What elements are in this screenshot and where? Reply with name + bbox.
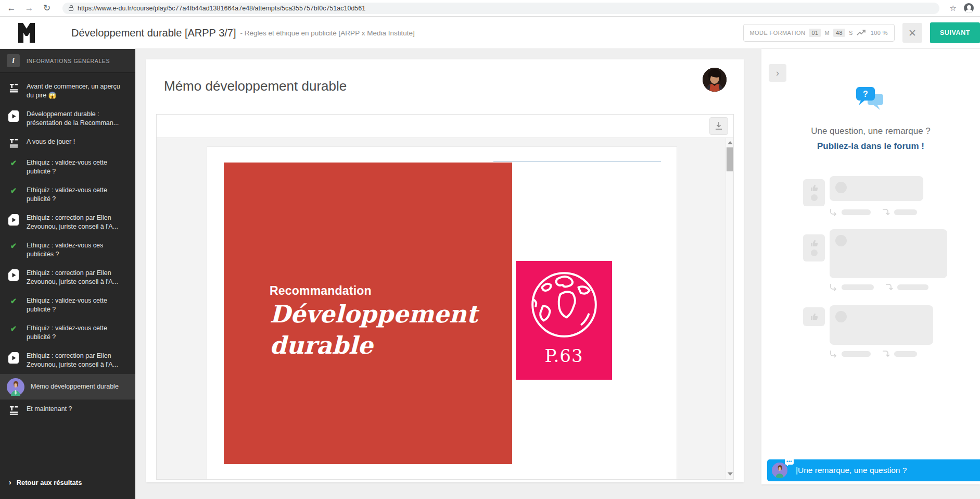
check-icon: ✔ <box>7 159 20 167</box>
slide-page-ref-panel: P.63 <box>516 261 612 380</box>
sidebar-item-lesson[interactable]: A vous de jouer ! <box>0 132 135 153</box>
course-title: Développement durable [ARPP 3/7] <box>71 27 236 39</box>
sidebar-item-lesson[interactable]: Avant de commencer, un aperçu du pire 😱 <box>0 77 135 105</box>
poster-avatar-skeleton <box>835 235 847 246</box>
pdf-scrollbar[interactable] <box>726 138 733 479</box>
thumbs-up-icon <box>810 184 818 192</box>
globe-icon <box>525 265 604 344</box>
poster-avatar-skeleton <box>835 182 847 193</box>
thumbs-up-icon <box>810 313 818 320</box>
forum-composer-input[interactable]: ••• |Une remarque, une question ? <box>767 459 980 481</box>
sidebar-item-quiz-done[interactable]: ✔ Ethiquiz : validez-vous cette publicit… <box>0 319 135 346</box>
scroll-up-icon[interactable] <box>728 141 733 144</box>
reply-arrow-down-icon <box>882 208 890 216</box>
composer-text: |Une remarque, une question ? <box>796 466 907 475</box>
slide-kicker: Recommandation <box>270 284 372 298</box>
download-button[interactable] <box>709 117 728 135</box>
download-icon <box>715 122 722 130</box>
browser-profile-icon[interactable] <box>964 3 974 13</box>
video-icon <box>7 269 20 281</box>
slide-title: Développement durable <box>270 299 478 361</box>
url-bar[interactable]: https://www.e-du.fr/course/play/5c77a4fb… <box>62 3 939 14</box>
vote-box-skeleton <box>803 307 825 326</box>
section-title: INFORMATIONS GÉNÉRALES <box>27 58 110 64</box>
scrollbar-thumb[interactable] <box>727 147 733 171</box>
post-bubble-skeleton <box>830 176 923 201</box>
mode-label: MODE FORMATION <box>750 30 806 36</box>
slide-page-ref: P.63 <box>544 345 583 366</box>
post-replies-skeleton <box>830 350 917 358</box>
url-text: https://www.e-du.fr/course/play/5c77a4fb… <box>78 5 365 12</box>
poster-avatar-skeleton <box>835 311 847 322</box>
text-lesson-icon <box>7 405 20 415</box>
reply-arrow-down-icon <box>885 283 893 291</box>
sidebar-item-video[interactable]: Développement durable : présentation de … <box>0 105 135 132</box>
message-bubble-icon: ••• <box>785 458 794 465</box>
post-bubble-skeleton <box>830 229 947 278</box>
forward-icon[interactable]: → <box>24 3 34 14</box>
app-header: Développement durable [ARPP 3/7] - Règle… <box>0 17 980 49</box>
sidebar-item-quiz-done[interactable]: ✔ Ethiquiz : validez-vous ces publicités… <box>0 236 135 264</box>
forum-panel: › ? Une question, une remarque ? Publiez… <box>761 49 980 484</box>
sidebar-item-video[interactable]: Ethiquiz : correction par Ellen Zevounou… <box>0 264 135 291</box>
svg-text:?: ? <box>863 90 868 98</box>
sidebar-item-lesson[interactable]: Et maintenant ? <box>0 400 135 420</box>
video-icon <box>7 352 20 364</box>
timer-minutes-unit: M <box>824 30 830 36</box>
course-outline-sidebar: i INFORMATIONS GÉNÉRALES Avant de commen… <box>0 49 135 499</box>
reply-arrow-icon <box>830 283 837 291</box>
reload-icon[interactable]: ↻ <box>42 3 52 14</box>
lesson-content-card: Mémo développement durable Recommandatio… <box>146 59 744 482</box>
thumbs-up-icon <box>810 240 818 247</box>
pdf-page: Recommandation Développement durable <box>207 146 677 479</box>
vote-box-skeleton <box>803 179 825 206</box>
close-button[interactable]: ✕ <box>902 23 922 43</box>
check-icon: ✔ <box>7 186 20 194</box>
vote-box-skeleton <box>803 234 825 261</box>
back-icon[interactable]: ← <box>6 3 17 14</box>
check-icon: ✔ <box>7 297 20 305</box>
info-icon: i <box>7 54 20 67</box>
forum-prompt: Une question, une remarque ? <box>761 126 980 136</box>
bookmark-star-icon[interactable]: ☆ <box>950 4 957 13</box>
sidebar-item-video[interactable]: Ethiquiz : correction par Ellen Zevounou… <box>0 346 135 374</box>
forum-bubbles-icon: ? <box>761 86 980 111</box>
lock-icon <box>69 7 73 11</box>
check-icon: ✔ <box>7 242 20 250</box>
memo-avatar-icon <box>7 378 24 396</box>
sidebar-item-quiz-done[interactable]: ✔ Ethiquiz : validez-vous cette publicit… <box>0 153 135 181</box>
check-icon: ✔ <box>7 325 20 332</box>
page-rule-line <box>493 161 661 162</box>
reply-arrow-icon <box>830 208 837 216</box>
post-bubble-skeleton <box>830 305 933 345</box>
mode-formation-timer: MODE FORMATION 01 M 48 S 100 % <box>743 24 895 42</box>
reply-arrow-down-icon <box>882 350 890 358</box>
collapse-panel-button[interactable]: › <box>769 64 786 82</box>
sidebar-item-memo-active[interactable]: Mémo développement durable <box>0 374 135 400</box>
sidebar-item-video[interactable]: Ethiquiz : correction par Ellen Zevounou… <box>0 208 135 236</box>
sidebar-item-quiz-done[interactable]: ✔ Ethiquiz : validez-vous cette publicit… <box>0 181 135 208</box>
progress-chart-icon <box>857 30 867 36</box>
sidebar-section-header: i INFORMATIONS GÉNÉRALES <box>0 49 135 73</box>
forum-publish-link[interactable]: Publiez-la dans le forum ! <box>761 141 980 152</box>
composer-avatar: ••• <box>772 463 787 478</box>
next-button[interactable]: SUIVANT <box>930 22 980 43</box>
course-subtitle: - Règles et éthique en publicité [ARPP x… <box>240 29 415 37</box>
reply-arrow-icon <box>830 350 837 358</box>
back-to-results-link[interactable]: › Retour aux résultats <box>0 478 135 486</box>
timer-seconds-unit: S <box>849 30 853 36</box>
video-icon <box>7 214 20 226</box>
text-lesson-icon <box>7 83 20 93</box>
chevron-right-icon: › <box>9 478 11 486</box>
browser-toolbar: ← → ↻ https://www.e-du.fr/course/play/5c… <box>0 0 980 17</box>
text-lesson-icon <box>7 138 20 148</box>
slide-red-panel: Recommandation Développement durable <box>224 163 512 464</box>
pdf-viewport[interactable]: Recommandation Développement durable <box>157 138 733 479</box>
timer-seconds: 48 <box>833 29 845 37</box>
media-institute-logo <box>17 22 36 46</box>
user-avatar[interactable] <box>703 68 727 92</box>
sidebar-item-quiz-done[interactable]: ✔ Ethiquiz : validez-vous cette publicit… <box>0 291 135 319</box>
pdf-toolbar <box>157 115 733 138</box>
post-replies-skeleton <box>830 283 928 291</box>
scroll-down-icon[interactable] <box>728 472 733 476</box>
